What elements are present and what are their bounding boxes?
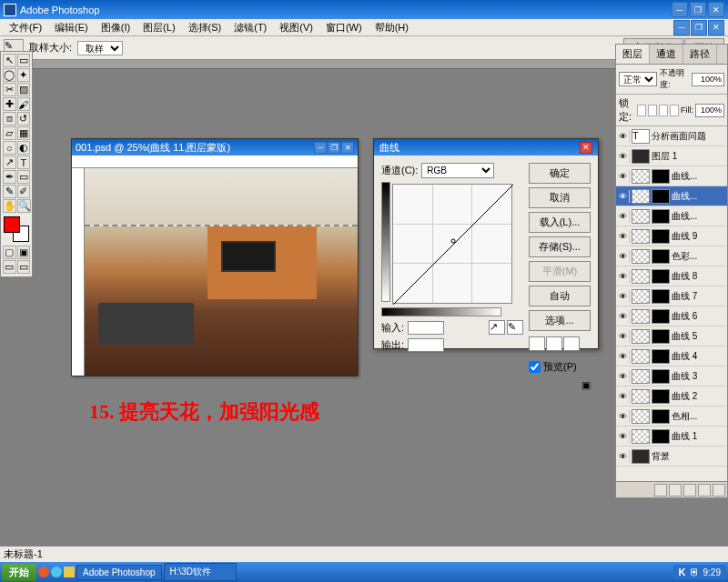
new-mask-icon[interactable] (669, 484, 682, 497)
visibility-toggle[interactable]: 👁 (617, 410, 630, 423)
layer-mask-thumb[interactable] (652, 189, 670, 204)
clock[interactable]: 9:29 (703, 567, 721, 577)
eyedropper-white-icon[interactable] (563, 336, 580, 351)
tray-icon-k[interactable]: K (679, 567, 686, 577)
menu-window[interactable]: 窗口(W) (320, 19, 368, 36)
doc-close-button[interactable]: ✕ (708, 20, 724, 35)
save-button[interactable]: 存储(S)... (529, 236, 591, 257)
slice-tool[interactable]: ▨ (17, 83, 31, 96)
tray-app-icon-3[interactable] (64, 567, 75, 577)
cancel-button[interactable]: 取消 (529, 187, 591, 208)
quickmask-on[interactable]: ▣ (17, 246, 31, 259)
visibility-toggle[interactable]: 👁 (617, 190, 630, 203)
layer-thumb[interactable] (632, 269, 650, 284)
ruler-vertical[interactable] (72, 168, 85, 376)
visibility-toggle[interactable]: 👁 (617, 130, 630, 143)
document-titlebar[interactable]: 001.psd @ 25%(曲线 11,图层蒙版) ─ ❐ ✕ (72, 139, 358, 156)
layer-item[interactable]: 👁曲线 2 (616, 386, 727, 406)
curve-graph[interactable] (392, 184, 512, 304)
curve-tool-icon[interactable]: ↗ (489, 320, 505, 335)
layers-list[interactable]: 👁T分析画面问题👁图层 1👁曲线...👁曲线...👁曲线...👁曲线 9👁色彩.… (616, 126, 727, 516)
tab-layers[interactable]: 图层 (616, 45, 650, 64)
eyedropper-black-icon[interactable] (529, 336, 545, 351)
screen-mode-1[interactable]: ▭ (3, 260, 16, 274)
layer-thumb[interactable] (632, 229, 650, 244)
layer-thumb[interactable] (632, 409, 650, 424)
menu-file[interactable]: 文件(F) (4, 19, 47, 36)
sample-size-select[interactable]: 取样点 (77, 41, 123, 55)
layer-item[interactable]: 👁图层 1 (616, 146, 727, 166)
layer-item[interactable]: 👁曲线 7 (616, 286, 727, 306)
lock-pixels-icon[interactable] (648, 105, 657, 116)
close-button[interactable]: ✕ (708, 2, 724, 17)
new-layer-icon[interactable] (698, 484, 711, 497)
foreground-color[interactable] (4, 216, 20, 233)
preview-checkbox[interactable] (529, 361, 541, 373)
expand-icon[interactable]: ▣ (581, 379, 591, 390)
menu-image[interactable]: 图像(I) (96, 19, 136, 36)
menu-filter[interactable]: 滤镜(T) (228, 19, 272, 36)
lock-all-icon[interactable] (670, 105, 679, 116)
stamp-tool[interactable]: ⧈ (3, 112, 16, 125)
shape-tool[interactable]: ▭ (17, 170, 31, 184)
layer-thumb[interactable] (632, 329, 650, 344)
taskbar-item-photoshop[interactable]: Adobe Photoshop (76, 565, 162, 580)
layer-mask-thumb[interactable] (652, 289, 670, 304)
canvas[interactable] (85, 168, 358, 376)
eyedropper-gray-icon[interactable] (546, 336, 562, 351)
visibility-toggle[interactable]: 👁 (617, 370, 630, 383)
channel-select[interactable]: RGB (421, 163, 494, 178)
taskbar-item-folder[interactable]: H:\3D软件 (164, 563, 237, 581)
layer-mask-thumb[interactable] (652, 329, 670, 344)
heal-tool[interactable]: ✚ (3, 97, 16, 111)
layer-thumb[interactable] (632, 169, 650, 184)
layer-item[interactable]: 👁曲线 9 (616, 226, 727, 246)
layer-thumb[interactable] (632, 209, 650, 224)
tab-paths[interactable]: 路径 (683, 45, 717, 64)
path-tool[interactable]: ↗ (3, 156, 16, 169)
visibility-toggle[interactable]: 👁 (617, 310, 630, 323)
visibility-toggle[interactable]: 👁 (617, 290, 630, 303)
load-button[interactable]: 载入(L)... (529, 212, 591, 233)
layer-item[interactable]: 👁曲线 8 (616, 266, 727, 286)
layer-mask-thumb[interactable] (652, 269, 670, 284)
quickmask-off[interactable]: ▢ (3, 246, 16, 259)
menu-help[interactable]: 帮助(H) (369, 19, 414, 36)
ok-button[interactable]: 确定 (529, 163, 591, 184)
layer-thumb[interactable] (632, 429, 650, 444)
blur-tool[interactable]: ○ (3, 141, 16, 155)
visibility-toggle[interactable]: 👁 (617, 390, 630, 403)
visibility-toggle[interactable]: 👁 (617, 150, 630, 163)
visibility-toggle[interactable]: 👁 (617, 270, 630, 283)
layer-item[interactable]: 👁曲线... (616, 206, 727, 226)
eyedropper-tool[interactable]: ✐ (17, 185, 31, 198)
layer-mask-thumb[interactable] (652, 209, 670, 224)
brush-tool[interactable]: 🖌 (17, 97, 31, 111)
layer-item[interactable]: 👁曲线... (616, 166, 727, 186)
menu-select[interactable]: 选择(S) (183, 19, 228, 36)
layer-thumb[interactable] (632, 289, 650, 304)
doc-min-button[interactable]: ─ (314, 142, 327, 154)
auto-button[interactable]: 自动 (529, 286, 591, 306)
curves-close-button[interactable]: ✕ (580, 142, 592, 154)
ruler-horizontal[interactable] (72, 156, 358, 168)
doc-restore-button[interactable]: ❐ (691, 20, 707, 35)
lock-transparency-icon[interactable] (637, 105, 646, 116)
visibility-toggle[interactable]: 👁 (617, 450, 630, 463)
tray-app-icon-2[interactable] (51, 567, 62, 577)
lasso-tool[interactable]: ◯ (3, 68, 16, 82)
layer-mask-thumb[interactable] (652, 349, 670, 364)
layer-item[interactable]: 👁曲线 4 (616, 346, 727, 366)
curves-titlebar[interactable]: 曲线 ✕ (374, 139, 598, 156)
layer-item[interactable]: 👁色彩... (616, 246, 727, 266)
history-brush-tool[interactable]: ↺ (17, 112, 31, 125)
visibility-toggle[interactable]: 👁 (617, 210, 630, 223)
hand-tool[interactable]: ✋ (3, 199, 16, 213)
lock-position-icon[interactable] (659, 105, 668, 116)
layer-item[interactable]: 👁曲线 1 (616, 426, 727, 447)
layer-item[interactable]: 👁曲线... (616, 186, 727, 206)
doc-minimize-button[interactable]: ─ (673, 20, 690, 35)
fill-input[interactable] (695, 104, 724, 117)
notes-tool[interactable]: ✎ (3, 185, 16, 198)
dodge-tool[interactable]: ◐ (17, 141, 31, 155)
